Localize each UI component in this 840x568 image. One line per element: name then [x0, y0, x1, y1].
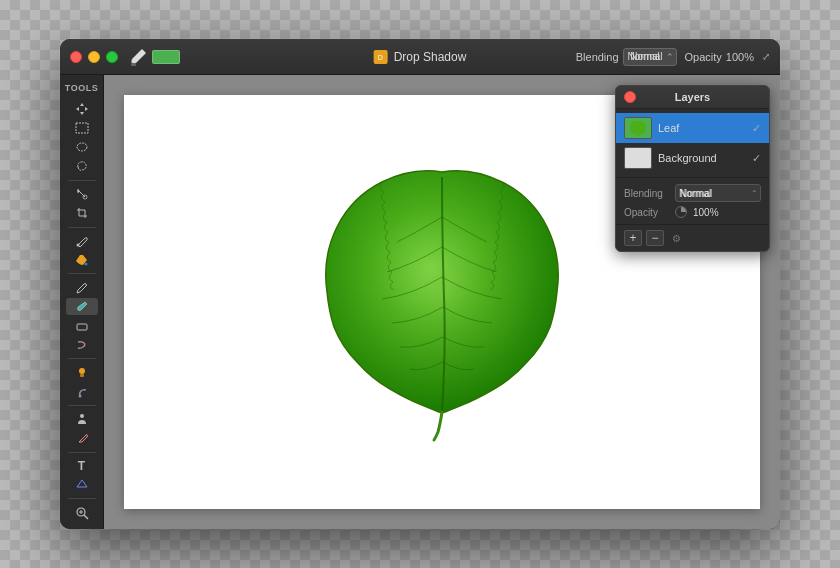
- svg-rect-10: [80, 374, 84, 377]
- tool-separator-4: [68, 358, 96, 359]
- layer-name-background: Background: [658, 152, 746, 164]
- layers-list: Leaf ✓ Background ✓: [616, 109, 769, 177]
- tool-lasso[interactable]: [66, 158, 98, 175]
- tool-brush[interactable]: [66, 298, 98, 315]
- tool-move[interactable]: [66, 101, 98, 118]
- svg-rect-3: [76, 123, 88, 133]
- remove-layer-button[interactable]: −: [646, 230, 664, 246]
- tool-magic-wand[interactable]: [66, 186, 98, 203]
- svg-point-12: [80, 414, 84, 418]
- canvas-area: Layers Leaf ✓: [104, 75, 780, 529]
- layer-item-background[interactable]: Background ✓: [616, 143, 769, 173]
- layer-thumb-background: [624, 147, 652, 169]
- layer-visible-leaf: ✓: [752, 122, 761, 135]
- svg-rect-0: [131, 63, 136, 66]
- layer-item-leaf[interactable]: Leaf ✓: [616, 113, 769, 143]
- tool-separator-7: [68, 498, 96, 499]
- blending-section: Blending Normal Multiply Screen Normal: [576, 48, 677, 66]
- svg-line-15: [84, 515, 88, 519]
- blending-label: Blending: [576, 51, 619, 63]
- brush-icon: [128, 47, 148, 67]
- tool-eyedropper[interactable]: [66, 232, 98, 249]
- window-title: Drop Shadow: [394, 50, 467, 64]
- layers-blending-label: Blending: [624, 188, 669, 199]
- maximize-button[interactable]: [106, 51, 118, 63]
- title-center: D Drop Shadow: [374, 50, 467, 64]
- color-swatch[interactable]: [152, 50, 180, 64]
- blending-select-wrapper[interactable]: Normal Multiply Screen Normal: [623, 48, 677, 66]
- tool-blur[interactable]: [66, 383, 98, 400]
- tool-dodge[interactable]: [66, 364, 98, 381]
- traffic-lights: [70, 51, 118, 63]
- tool-zoom[interactable]: [66, 504, 98, 521]
- layers-title: Layers: [642, 91, 743, 103]
- opacity-label: Opacity: [685, 51, 722, 63]
- layers-title-bar: Layers: [616, 86, 769, 109]
- layers-close-button[interactable]: [624, 91, 636, 103]
- tool-pencil[interactable]: [66, 279, 98, 296]
- tool-separator-6: [68, 452, 96, 453]
- blending-select[interactable]: Normal Multiply Screen: [623, 48, 677, 66]
- tool-text[interactable]: T: [66, 457, 98, 474]
- layer-visible-background: ✓: [752, 152, 761, 165]
- title-bar: D Drop Shadow Blending Normal Multiply S…: [60, 39, 780, 75]
- layer-name-leaf: Leaf: [658, 122, 746, 134]
- fullscreen-button[interactable]: ⤢: [762, 51, 770, 62]
- toolbar-right: Blending Normal Multiply Screen Normal O…: [576, 48, 770, 66]
- leaf-image: [272, 157, 612, 447]
- layers-options: Blending Normal Multiply Screen Normal O…: [616, 177, 769, 224]
- svg-text:D: D: [378, 54, 383, 61]
- layers-footer: + − ⚙: [616, 224, 769, 251]
- tools-panel: Tools: [60, 75, 104, 529]
- add-layer-button[interactable]: +: [624, 230, 642, 246]
- opacity-section: Opacity 100%: [685, 51, 754, 63]
- tool-person[interactable]: [66, 411, 98, 428]
- opacity-value: 100%: [726, 51, 754, 63]
- layers-panel: Layers Leaf ✓: [615, 85, 770, 252]
- doc-icon: D: [374, 50, 388, 64]
- tool-separator-5: [68, 405, 96, 406]
- svg-marker-13: [77, 480, 87, 487]
- svg-point-11: [78, 395, 81, 398]
- close-button[interactable]: [70, 51, 82, 63]
- svg-point-9: [79, 368, 85, 374]
- opacity-row: Opacity 100%: [624, 206, 761, 218]
- tool-fill[interactable]: [66, 251, 98, 268]
- svg-point-7: [84, 262, 87, 265]
- layer-thumb-leaf: [624, 117, 652, 139]
- layers-opacity-label: Opacity: [624, 207, 669, 218]
- layers-opacity-value: 100%: [693, 207, 719, 218]
- tool-rect-select[interactable]: [66, 120, 98, 137]
- tool-separator-3: [68, 273, 96, 274]
- tools-label: Tools: [65, 83, 98, 93]
- svg-rect-8: [77, 324, 87, 330]
- tool-crop[interactable]: [66, 205, 98, 222]
- tool-eraser[interactable]: [66, 317, 98, 334]
- svg-point-6: [76, 243, 79, 246]
- tool-separator-2: [68, 227, 96, 228]
- opacity-circle: [675, 206, 687, 218]
- svg-point-4: [77, 143, 87, 151]
- tool-shape[interactable]: [66, 476, 98, 493]
- layers-blending-wrapper[interactable]: Normal Multiply Screen Normal: [675, 184, 761, 202]
- layers-blending-select[interactable]: Normal Multiply Screen: [675, 184, 761, 202]
- blending-row: Blending Normal Multiply Screen Normal: [624, 184, 761, 202]
- tool-separator-1: [68, 180, 96, 181]
- tool-smudge[interactable]: [66, 336, 98, 353]
- main-content: Tools: [60, 75, 780, 529]
- tool-pen[interactable]: [66, 430, 98, 447]
- tool-ellipse-select[interactable]: [66, 139, 98, 156]
- minimize-button[interactable]: [88, 51, 100, 63]
- app-window: D Drop Shadow Blending Normal Multiply S…: [60, 39, 780, 529]
